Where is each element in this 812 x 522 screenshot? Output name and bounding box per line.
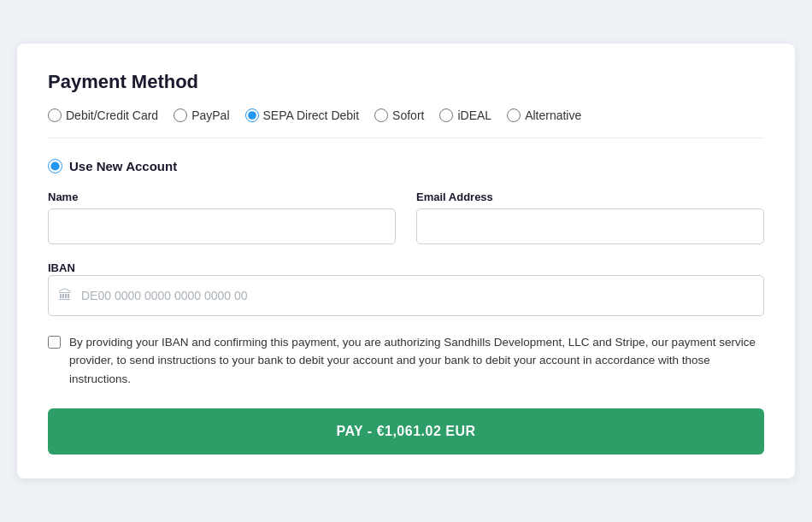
iban-section: IBAN 🏛	[48, 260, 764, 316]
use-new-account-label: Use New Account	[69, 159, 177, 173]
payment-method-group: Debit/Credit CardPayPalSEPA Direct Debit…	[48, 109, 764, 138]
payment-option-sepa[interactable]: SEPA Direct Debit	[245, 109, 360, 122]
name-group: Name	[48, 191, 396, 244]
name-email-row: Name Email Address	[48, 191, 764, 244]
use-new-account-row: Use New Account	[48, 159, 764, 173]
radio-paypal[interactable]	[174, 109, 187, 122]
payment-option-paypal[interactable]: PayPal	[174, 109, 229, 122]
consent-text: By providing your IBAN and confirming th…	[69, 333, 764, 389]
use-new-account-radio[interactable]	[48, 159, 62, 173]
radio-debit_credit[interactable]	[48, 109, 62, 122]
page-title: Payment Method	[48, 71, 764, 93]
payment-option-alternative[interactable]: Alternative	[507, 109, 581, 122]
iban-input-wrapper: 🏛	[48, 275, 764, 316]
payment-option-debit_credit[interactable]: Debit/Credit Card	[48, 109, 158, 122]
consent-row: By providing your IBAN and confirming th…	[48, 333, 764, 389]
label-sofort: Sofort	[392, 109, 424, 122]
label-debit_credit: Debit/Credit Card	[66, 109, 158, 122]
radio-ideal[interactable]	[439, 109, 453, 122]
iban-label: IBAN	[48, 261, 75, 274]
payment-card: Payment Method Debit/Credit CardPayPalSE…	[17, 44, 795, 479]
email-group: Email Address	[416, 191, 764, 244]
name-label: Name	[48, 191, 396, 203]
label-paypal: PayPal	[191, 109, 229, 122]
label-ideal: iDEAL	[457, 109, 491, 122]
label-alternative: Alternative	[525, 109, 581, 122]
email-input[interactable]	[416, 208, 764, 244]
payment-option-sofort[interactable]: Sofort	[374, 109, 424, 122]
name-input[interactable]	[48, 208, 396, 244]
radio-sofort[interactable]	[374, 109, 388, 122]
label-sepa: SEPA Direct Debit	[263, 109, 360, 122]
radio-alternative[interactable]	[507, 109, 521, 122]
consent-checkbox[interactable]	[48, 336, 61, 349]
payment-option-ideal[interactable]: iDEAL	[439, 109, 491, 122]
pay-button[interactable]: PAY - €1,061.02 EUR	[48, 408, 764, 455]
radio-sepa[interactable]	[245, 109, 259, 122]
email-label: Email Address	[416, 191, 764, 203]
iban-input[interactable]	[48, 275, 764, 316]
